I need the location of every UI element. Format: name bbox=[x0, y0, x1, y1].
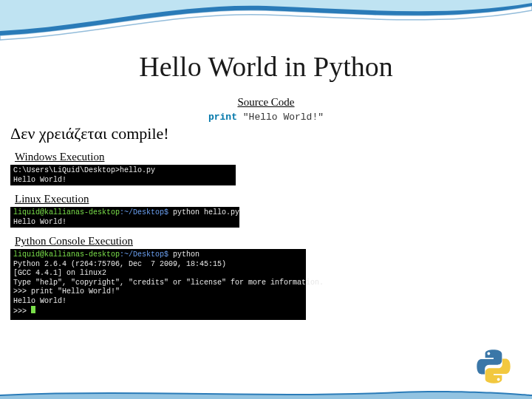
code-string: "Hello World!" bbox=[237, 112, 324, 123]
wave-decoration-bottom bbox=[0, 387, 532, 399]
windows-exec-label: Windows Execution bbox=[15, 151, 532, 163]
cursor-icon bbox=[31, 306, 35, 313]
source-code-label: Source Code bbox=[0, 96, 532, 109]
console-exec-label: Python Console Execution bbox=[15, 235, 532, 248]
linux-terminal: liquid@kallianas-desktop:~/Desktop$ pyth… bbox=[10, 207, 239, 228]
linux-exec-label: Linux Execution bbox=[15, 193, 532, 205]
windows-terminal: C:\Users\LiQuid\Desktop>hello.py Hello W… bbox=[10, 165, 236, 185]
python-logo-icon bbox=[474, 347, 513, 386]
wave-decoration-top bbox=[0, 0, 532, 44]
svg-point-1 bbox=[497, 378, 500, 381]
python-console-terminal: liquid@kallianas-desktop:~/Desktop$ pyth… bbox=[10, 249, 306, 320]
source-code: print "Hello World!" bbox=[0, 112, 532, 123]
no-compile-text: Δεν χρειάζεται compile! bbox=[10, 124, 532, 143]
code-keyword: print bbox=[208, 112, 237, 123]
svg-point-0 bbox=[487, 352, 490, 355]
slide-title: Hello World in Python bbox=[0, 50, 532, 83]
